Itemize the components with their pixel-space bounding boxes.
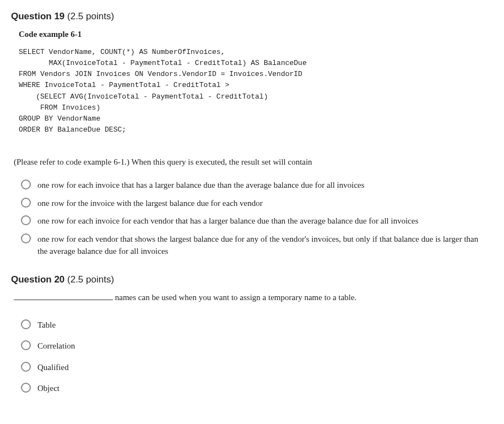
radio-icon[interactable]	[21, 383, 31, 393]
option-label: Qualified	[37, 361, 74, 374]
option-row[interactable]: Correlation	[21, 340, 493, 352]
radio-icon[interactable]	[21, 180, 31, 189]
radio-icon[interactable]	[21, 340, 31, 350]
question-19-header: Question 19 (2.5 points)	[11, 11, 493, 22]
option-row[interactable]: one row for the invoice with the largest…	[21, 197, 493, 210]
code-example-block: SELECT VendorName, COUNT(*) AS NumberOfI…	[19, 47, 493, 135]
option-label: one row for each invoice that has a larg…	[37, 179, 370, 192]
radio-icon[interactable]	[21, 362, 31, 372]
question-20-prompt: names can be used when you want to assig…	[14, 293, 493, 302]
radio-icon[interactable]	[21, 198, 31, 208]
option-label: Table	[37, 319, 61, 331]
radio-icon[interactable]	[21, 319, 31, 329]
question-19-points: (2.5 points)	[64, 11, 114, 21]
code-example-title: Code example 6-1	[19, 30, 493, 39]
question-20-prompt-tail: names can be used when you want to assig…	[113, 293, 356, 302]
question-19-title: Question 19	[11, 11, 64, 21]
question-20-block: Question 20 (2.5 points) names can be us…	[11, 274, 493, 395]
option-label: one row for each invoice for each vendor…	[37, 215, 424, 227]
option-row[interactable]: one row for each invoice for each vendor…	[21, 215, 493, 227]
question-20-options: Table Correlation Qualified Object	[21, 319, 493, 395]
option-label: one row for the invoice with the largest…	[37, 197, 268, 210]
option-row[interactable]: Object	[21, 382, 493, 395]
question-19-block: Question 19 (2.5 points) Code example 6-…	[11, 11, 493, 258]
radio-icon[interactable]	[21, 215, 31, 225]
option-row[interactable]: one row for each invoice that has a larg…	[21, 179, 493, 192]
question-20-points: (2.5 points)	[64, 274, 114, 285]
option-row[interactable]: Qualified	[21, 361, 493, 374]
option-row[interactable]: one row for each vendor that shows the l…	[21, 233, 493, 258]
question-20-title: Question 20	[11, 274, 64, 285]
question-20-header: Question 20 (2.5 points)	[11, 274, 493, 285]
option-label: one row for each vendor that shows the l…	[37, 233, 493, 258]
question-19-prompt: (Please refer to code example 6-1.) When…	[14, 157, 493, 167]
option-label: Correlation	[37, 340, 80, 352]
fill-blank	[14, 300, 113, 300]
option-row[interactable]: Table	[21, 319, 493, 331]
option-label: Object	[37, 382, 65, 395]
question-19-options: one row for each invoice that has a larg…	[21, 179, 493, 258]
radio-icon[interactable]	[21, 233, 31, 243]
